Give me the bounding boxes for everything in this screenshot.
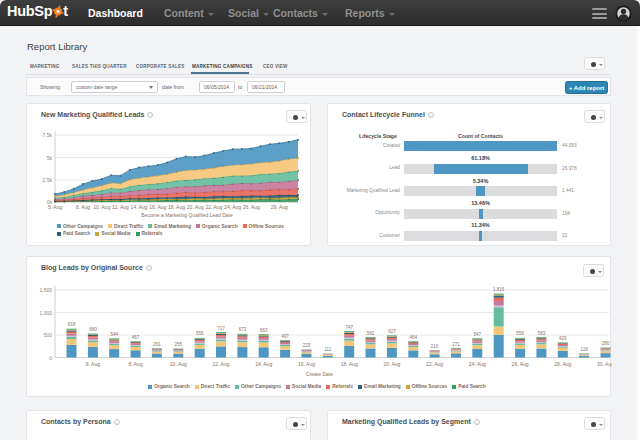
svg-text:680: 680: [89, 327, 97, 332]
svg-text:229: 229: [303, 343, 311, 348]
svg-text:280: 280: [602, 341, 610, 346]
svg-text:271: 271: [452, 342, 460, 347]
svg-text:717: 717: [217, 326, 225, 331]
svg-text:2.5k: 2.5k: [43, 177, 53, 183]
svg-text:118: 118: [581, 347, 589, 352]
svg-text:12. Aug: 12. Aug: [112, 204, 129, 210]
svg-text:627: 627: [388, 329, 396, 334]
svg-text:18. Aug: 18. Aug: [168, 204, 185, 210]
svg-text:7.5k: 7.5k: [43, 132, 53, 138]
svg-text:8. Aug: 8. Aug: [129, 361, 143, 367]
svg-text:583: 583: [538, 331, 546, 336]
svg-text:18. Aug: 18. Aug: [341, 361, 358, 367]
svg-text:28. Aug: 28. Aug: [554, 361, 571, 367]
svg-text:500: 500: [44, 332, 53, 338]
svg-text:673: 673: [239, 327, 247, 332]
svg-text:16. Aug: 16. Aug: [298, 361, 315, 367]
svg-text:464: 464: [410, 335, 418, 340]
svg-text:24. Aug: 24. Aug: [469, 361, 486, 367]
svg-text:467: 467: [132, 335, 140, 340]
svg-text:5. Aug: 5. Aug: [48, 204, 62, 210]
svg-text:558: 558: [516, 331, 524, 336]
svg-text:255: 255: [175, 342, 183, 347]
svg-text:747: 747: [345, 325, 353, 330]
svg-text:10. Aug: 10. Aug: [93, 204, 110, 210]
svg-text:5k: 5k: [47, 155, 53, 161]
svg-text:111: 111: [324, 347, 331, 352]
svg-text:544: 544: [110, 332, 118, 337]
svg-text:16. Aug: 16. Aug: [149, 204, 166, 210]
svg-text:210: 210: [431, 344, 439, 349]
svg-text:Become a Marketing Qualified L: Become a Marketing Qualified Lead Date: [141, 212, 233, 218]
svg-text:22. Aug: 22. Aug: [426, 361, 443, 367]
svg-text:261: 261: [153, 342, 161, 347]
svg-text:429: 429: [559, 336, 567, 341]
svg-text:1,816: 1,816: [493, 287, 505, 292]
svg-text:547: 547: [474, 332, 482, 337]
svg-text:818: 818: [68, 322, 76, 327]
svg-text:29. Aug: 29. Aug: [271, 204, 288, 210]
svg-text:26. Aug: 26. Aug: [512, 361, 529, 367]
svg-text:6. Aug: 6. Aug: [86, 361, 100, 367]
svg-text:12. Aug: 12. Aug: [213, 361, 230, 367]
svg-text:663: 663: [260, 328, 268, 333]
svg-text:20. Aug: 20. Aug: [187, 204, 204, 210]
svg-text:1,000: 1,000: [39, 310, 52, 316]
svg-text:556: 556: [196, 331, 204, 336]
svg-text:24. Aug: 24. Aug: [224, 204, 241, 210]
svg-text:20. Aug: 20. Aug: [383, 361, 400, 367]
svg-text:14. Aug: 14. Aug: [255, 361, 272, 367]
svg-text:30. Aug: 30. Aug: [597, 361, 612, 367]
svg-text:8. Aug: 8. Aug: [76, 204, 90, 210]
svg-text:14. Aug: 14. Aug: [131, 204, 148, 210]
svg-text:1,500: 1,500: [39, 287, 52, 293]
svg-text:22. Aug: 22. Aug: [205, 204, 222, 210]
svg-text:10. Aug: 10. Aug: [170, 361, 187, 367]
svg-text:582: 582: [367, 331, 375, 336]
svg-text:26. Aug: 26. Aug: [243, 204, 260, 210]
svg-text:497: 497: [281, 334, 289, 339]
svg-text:0: 0: [49, 355, 52, 361]
